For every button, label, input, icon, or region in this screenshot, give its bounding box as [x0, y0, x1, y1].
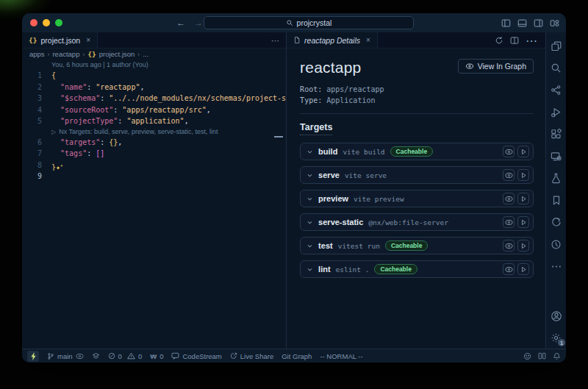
toggle-panel-icon[interactable] — [517, 18, 527, 28]
code-token: "name" — [60, 83, 87, 91]
command-center-search[interactable]: projcrystal — [204, 16, 414, 29]
show-target-config-button[interactable] — [503, 240, 514, 251]
target-row-serve[interactable]: servevite serve — [300, 166, 534, 184]
code-line[interactable]: 9 — [22, 171, 286, 182]
show-target-config-button[interactable] — [503, 169, 514, 181]
files-icon[interactable] — [550, 40, 562, 52]
bookmarks-icon[interactable] — [550, 194, 562, 207]
toggle-secondary-sidebar-icon[interactable] — [534, 18, 543, 28]
run-target-button[interactable] — [517, 216, 529, 228]
chevron-right-icon: › — [137, 51, 140, 58]
target-command: eslint . — [336, 265, 370, 274]
remote-window-icon[interactable] — [550, 150, 562, 163]
breadcrumb-item-reactapp[interactable]: reactapp — [52, 50, 79, 58]
window-controls — [30, 19, 62, 26]
chevron-down-icon[interactable] — [306, 172, 313, 179]
sash-handle[interactable] — [274, 136, 283, 138]
pending-status-item[interactable]: ₩ 0 — [150, 352, 163, 360]
target-name: serve — [318, 171, 340, 179]
show-target-config-button[interactable] — [503, 146, 514, 157]
refresh-icon[interactable] — [495, 36, 503, 45]
breadcrumb-item-project-json[interactable]: project.json — [99, 50, 135, 58]
code-line[interactable]: 7 "tags": [] — [22, 148, 286, 160]
code-line[interactable]: 2 "name": "reactapp", — [22, 82, 286, 93]
target-row-build[interactable]: buildvite buildCacheable — [300, 143, 534, 160]
more-actions-icon[interactable]: ⋯ — [526, 34, 538, 48]
target-row-test[interactable]: testvitest runCacheable — [300, 237, 534, 254]
codestream-status-item[interactable]: CodeStream — [171, 352, 221, 360]
run-target-button[interactable] — [517, 169, 529, 181]
target-name: lint — [318, 265, 331, 274]
run-target-button[interactable] — [517, 263, 529, 275]
toggle-primary-sidebar-icon[interactable] — [501, 18, 511, 28]
code-line[interactable]: 1{ — [22, 70, 286, 82]
run-target-button[interactable] — [517, 240, 529, 251]
line-number: 7 — [22, 148, 51, 160]
target-row-lint[interactable]: linteslint .Cacheable — [300, 260, 534, 278]
eye-icon[interactable] — [76, 353, 84, 360]
nx-targets-codelens[interactable]: ▷Nx Targets: build, serve, preview, serv… — [22, 127, 286, 137]
run-target-button[interactable] — [517, 146, 529, 157]
screencast-icon[interactable] — [538, 352, 546, 360]
close-window-button[interactable] — [30, 19, 37, 26]
history-back-icon[interactable]: ← — [176, 18, 185, 28]
show-target-config-button[interactable] — [503, 216, 514, 228]
problems-status-item[interactable]: 0 0 — [108, 352, 143, 360]
breadcrumb-item-symbol[interactable]: ... — [143, 50, 148, 58]
minimize-window-button[interactable] — [43, 19, 50, 26]
zoom-window-button[interactable] — [55, 19, 62, 26]
close-tab-icon[interactable]: × — [86, 36, 90, 44]
layers-status-item[interactable] — [92, 352, 100, 360]
more-tabs-icon[interactable]: ⋯ — [271, 32, 280, 49]
live-share-status-item[interactable]: Live Share — [230, 352, 273, 360]
show-target-config-button[interactable] — [503, 193, 514, 204]
chevron-down-icon[interactable] — [306, 243, 313, 249]
tab-label: reactapp Details — [304, 36, 360, 45]
gitlens-icon[interactable] — [550, 216, 562, 229]
more-icon[interactable] — [550, 260, 562, 273]
code-line[interactable]: 3 "$schema": "../../node_modules/nx/sche… — [22, 93, 286, 104]
code-line[interactable]: 4 "sourceRoot": "apps/reactapp/src", — [22, 104, 286, 116]
run-codelens-icon[interactable]: ▷ — [51, 127, 56, 137]
show-target-config-button[interactable] — [503, 263, 514, 275]
target-row-preview[interactable]: previewvite preview — [300, 190, 534, 207]
notifications-bell-icon[interactable] — [553, 352, 561, 360]
history-forward-icon[interactable]: → — [194, 18, 203, 28]
breadcrumb-item-apps[interactable]: apps — [29, 50, 45, 58]
view-in-graph-button[interactable]: View In Graph — [458, 59, 534, 74]
extensions-icon[interactable] — [550, 128, 562, 140]
meta-text: ▷Nx Targets: build, serve, preview, serv… — [51, 127, 286, 137]
code-line[interactable]: 5 "projectType": "application", — [22, 115, 286, 127]
code-token: "$schema" — [60, 94, 100, 102]
code-line[interactable]: 6 "targets": {}, — [22, 137, 286, 149]
feedback-smiley-icon[interactable] — [523, 352, 531, 360]
git-branch-status-item[interactable]: main — [47, 352, 84, 360]
target-row-serve-static[interactable]: serve-static@nx/web:file-server — [300, 213, 534, 231]
code-line[interactable]: 8}✦✦ — [22, 160, 286, 171]
chevron-down-icon[interactable] — [306, 196, 313, 202]
line-number: 6 — [22, 137, 51, 149]
timeline-icon[interactable] — [550, 238, 562, 251]
testing-icon[interactable] — [550, 172, 562, 185]
code-token: , — [140, 83, 144, 91]
settings-icon[interactable]: 1 — [550, 332, 562, 344]
tab-reactapp-details[interactable]: reactapp Details × — [287, 32, 378, 48]
run-target-button[interactable] — [517, 193, 529, 204]
search-icon[interactable] — [550, 62, 562, 74]
line-number-empty — [22, 127, 51, 137]
customize-layout-icon[interactable] — [550, 18, 559, 28]
close-tab-icon[interactable]: × — [366, 36, 370, 44]
chevron-down-icon[interactable] — [306, 266, 313, 273]
account-icon[interactable] — [550, 310, 562, 322]
warning-icon — [127, 352, 135, 360]
git-graph-status-item[interactable]: Git Graph — [282, 352, 312, 360]
nx-console-status-item[interactable] — [27, 351, 39, 362]
code-editor[interactable]: You, 6 hours ago | 1 author (You)1{2 "na… — [22, 60, 286, 349]
chevron-down-icon[interactable] — [306, 219, 313, 226]
source-graph-icon[interactable] — [550, 84, 562, 96]
tab-project-json[interactable]: {} project.json × — [22, 32, 98, 48]
split-editor-icon[interactable] — [510, 36, 519, 45]
error-icon — [108, 352, 115, 360]
run-debug-icon[interactable] — [550, 106, 562, 118]
chevron-down-icon[interactable] — [306, 149, 313, 155]
